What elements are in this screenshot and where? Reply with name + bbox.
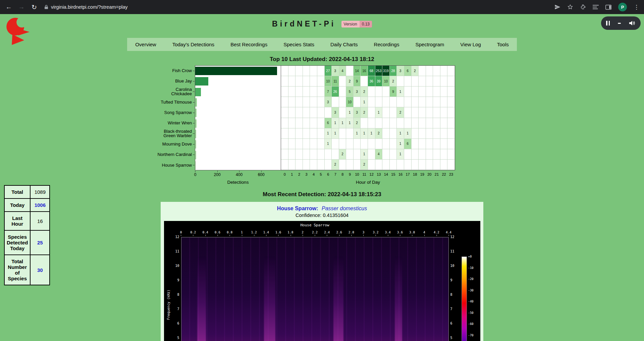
detections-bar-panel: 0200400600 Detections [195,65,281,170]
spectrogram-signal-streak [197,256,206,341]
heatmap-cell [317,107,325,118]
heatmap-cell: 3 [332,66,339,76]
heatmap-cell [361,139,368,149]
back-icon[interactable]: ← [5,3,13,11]
heatmap-cell: 3 [354,87,361,97]
heatmap-cell [404,76,412,87]
heatmap-cell [440,149,448,160]
heatmap-cell [339,160,346,170]
bar-axis-tick: 0 [194,172,197,177]
address-bar[interactable]: virginia.birdnetpi.com/?stream=play [44,4,127,10]
hour-tick: 20 [426,172,433,176]
heatmap-cell: 1 [346,107,354,118]
heatmap-cell: 1 [397,149,404,160]
heatmap-cell [419,118,426,128]
heatmap-cell [303,76,310,87]
spectrogram-plot [181,237,449,341]
time-tick: 0.4 [202,230,208,234]
freq-tick-right: 11 [450,249,458,253]
heatmap-cell: 3 [332,107,339,118]
heatmap-cell [447,149,455,160]
heatmap-cell [426,66,433,76]
heatmap-cell: 68 [368,66,375,76]
detection-species[interactable]: House Sparrow: [277,206,318,211]
browser-menu-icon[interactable]: ⋮ [634,4,639,11]
nav-item-recordings[interactable]: Recordings [366,38,408,51]
heatmap-cell [303,149,310,160]
nav-item-today-s-detections[interactable]: Today's Detections [164,38,222,51]
colorbar-tick: +0 [468,255,472,258]
heatmap-cell: 253 [375,66,383,76]
send-icon[interactable] [554,4,560,10]
heatmap-cell [310,160,317,170]
heatmap-cell [346,149,354,160]
heatmap-cell: 3 [325,97,332,107]
detection-bar [195,151,196,159]
heatmap-cell [317,118,325,128]
spectrogram: House Sparrow 00.20.40.60.811.21.41.61.8… [164,221,480,341]
time-tick: 4.2 [434,230,439,234]
heatmap-cell [419,139,426,149]
forward-icon[interactable]: → [17,3,25,11]
heatmap-cell [317,87,325,97]
heatmap-cell [390,160,397,170]
heatmap-cell [433,87,440,97]
heatmap-cell [440,118,448,128]
heatmap-cell [412,139,419,149]
heatmap-cell: 2 [361,107,368,118]
hour-tick: 6 [324,172,332,176]
nav-item-best-recordings[interactable]: Best Recordings [222,38,275,51]
nav-item-tools[interactable]: Tools [489,38,517,51]
colorbar-tick: -50 [468,311,474,315]
heatmap-cell [317,97,325,107]
heatmap-cell [332,139,339,149]
stats-label: Total [4,185,30,198]
hour-tick: 1 [288,172,296,176]
heatmap-cell: 10 [325,76,332,87]
heatmap-cell [368,118,375,128]
nav-item-overview[interactable]: Overview [127,38,164,51]
reading-list-icon[interactable] [593,5,599,9]
heatmap-cell [296,107,303,118]
nav-item-daily-charts[interactable]: Daily Charts [322,38,366,51]
side-panel-icon[interactable] [605,5,611,10]
heatmap-cell [288,149,296,160]
freq-tick-right: 9 [450,278,458,282]
heatmap-cell [433,76,440,87]
heatmap-cell [447,118,455,128]
pause-icon[interactable] [606,21,610,25]
heatmap-cell [419,76,426,87]
heatmap-cell [361,76,368,87]
detection-bar [195,98,197,107]
speaker-icon[interactable] [629,20,636,26]
heatmap-cell [310,118,317,128]
species-label: Mourning Dove [155,139,195,149]
freq-tick-left: 12 [172,235,179,239]
heatmap-cell [288,118,296,128]
colorbar-tick: -40 [468,300,474,303]
heatmap-cell [426,149,433,160]
profile-avatar[interactable]: P [618,3,627,11]
extensions-puzzle-icon[interactable] [580,4,586,10]
detection-bar [195,67,277,75]
heatmap-cell [419,149,426,160]
nav-item-view-log[interactable]: View Log [452,38,489,51]
nav-item-spectrogram[interactable]: Spectrogram [407,38,452,51]
nav-item-species-stats[interactable]: Species Stats [275,38,322,51]
bookmark-star-icon[interactable] [567,4,573,10]
reload-icon[interactable]: ↻ [30,3,38,11]
heatmap-cell [412,128,419,139]
heatmap-cell [354,149,361,160]
heatmap-cell [317,139,325,149]
heatmap-cell: 1 [397,128,404,139]
heatmap-cell [288,66,296,76]
heatmap-cell [412,97,419,107]
heatmap-cell [288,128,296,139]
heatmap-cell [303,87,310,97]
stats-value: 1006 [30,198,50,212]
freq-tick-right: 6 [450,322,458,325]
heatmap-cell [325,107,332,118]
audio-player[interactable] [601,16,641,30]
heatmap-cell [382,107,390,118]
heatmap-cell: 1 [368,128,375,139]
